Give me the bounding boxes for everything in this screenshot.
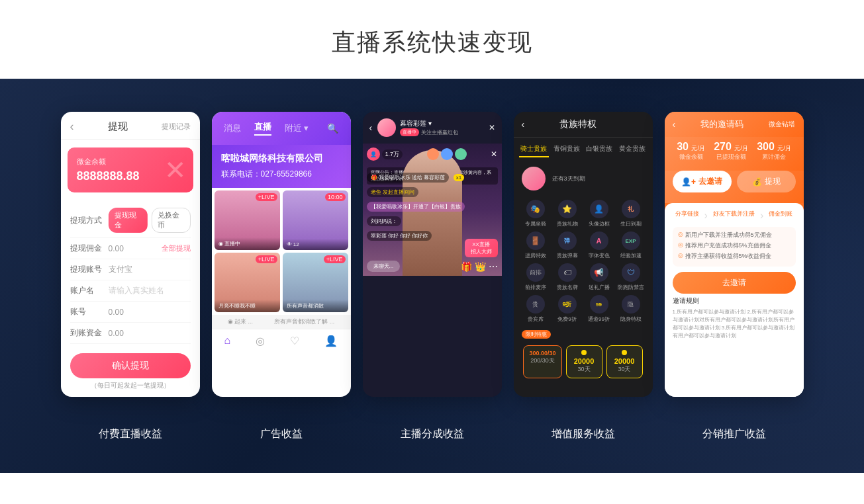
stat-balance-value: 30 元/月	[677, 141, 705, 153]
rule-text-3: 推荐主播获得收益得5%收益佣金	[685, 252, 771, 261]
viewer-count: 1.7万	[382, 149, 403, 159]
search-icon[interactable]: 🔍	[327, 123, 338, 134]
viewer-info: 👤 1.7万	[367, 147, 403, 161]
balance-amount: 8888888.88	[77, 169, 184, 183]
tab-bronze[interactable]: 青铜贵族	[552, 142, 582, 157]
nav-profile-icon[interactable]: 👤	[324, 335, 338, 347]
tab-knight[interactable]: 骑士贵族	[519, 142, 550, 157]
live-cell-4[interactable]: +LIVE 所有声音都消散	[283, 253, 348, 312]
share-step-2: 好友下载并注册	[713, 210, 755, 222]
rule-text-2: 推荐用户充值成功得5%充值佣金	[685, 241, 771, 250]
crown-icon[interactable]: 👑	[475, 261, 486, 272]
user-msg2: 翠彩莲 你好 你好 你好你	[367, 231, 432, 241]
method-tabs: 提现现金 兑换金币	[109, 208, 191, 233]
card3-header: ‹ 幕容彩莲 ▾ 直播中 关注主播赢红包 ✕	[363, 112, 502, 144]
banner-subtext: 招人大师	[469, 248, 494, 255]
name-placeholder[interactable]: 请输入真实姓名	[109, 285, 191, 296]
pkg-2[interactable]: 20000 30天	[566, 345, 602, 378]
tab-live[interactable]: 直播	[254, 121, 271, 136]
tab-cash[interactable]: 提现现金	[109, 208, 148, 233]
pkg-1[interactable]: 300.00/30 200/30天	[523, 345, 561, 378]
cell-overlay-3: 月亮不睡我不睡	[215, 300, 280, 312]
member-details: 还有3天到期	[552, 175, 645, 183]
badge-label: 贵族名牌	[557, 284, 578, 291]
pkg2-price: 20000	[572, 357, 597, 365]
card3-back-icon[interactable]: ‹	[369, 122, 373, 133]
top-section: 直播系统快速变现	[0, 0, 864, 79]
scroll-item-1: ◉ 起来 ...	[228, 317, 254, 326]
more-icon[interactable]: ⋯	[489, 261, 498, 272]
priv-frame: 👤 头像边框	[585, 200, 613, 228]
wallet-icon: 💰	[752, 177, 762, 187]
member-info: 还有3天到期	[514, 161, 653, 196]
priv-mount: 🎭 专属坐骑	[522, 200, 550, 228]
priv-hidden: 隐 隐身特权	[617, 295, 645, 323]
nav-msg-icon[interactable]: ♡	[290, 335, 299, 347]
streamer-tags: 直播中 关注主播赢红包	[400, 128, 458, 136]
card-withdraw: ‹ 提现 提现记录 微金余额 8888888.88 提现方式 提现现金 兑换金币…	[61, 112, 200, 397]
x1-badge: x1	[454, 174, 464, 181]
priv-enter: 🚪 进房特效	[522, 231, 550, 259]
streamer-username: 幕容彩莲 ▾	[400, 119, 458, 128]
rule-item-3: ◎ 推荐主播获得收益得5%收益佣金	[678, 252, 791, 261]
discount2-label: 通道99折	[588, 315, 610, 323]
live-cell-1[interactable]: +LIVE ◉ 直播中	[215, 190, 280, 250]
live-badge-2: 10:00	[325, 193, 346, 201]
vip-seat-label: 贵宾席	[528, 315, 544, 323]
mount-label: 专属坐骑	[525, 220, 546, 228]
confirm-btn[interactable]: 确认提现	[70, 353, 191, 378]
chat-input[interactable]: 来聊天...	[367, 261, 401, 272]
pkg-3[interactable]: 20000 30天	[606, 345, 643, 378]
nav-home-icon[interactable]: ⌂	[224, 335, 231, 347]
vip-tabs: 骑士贵族 青铜贵族 白银贵族 黄金贵族	[514, 138, 653, 161]
tab-nearby[interactable]: 附近 ▾	[285, 122, 309, 134]
withdraw-btn[interactable]: 💰 提现	[737, 171, 796, 192]
gold-dot2	[622, 350, 627, 355]
scroll-item-2: 所有声音都消散了解 ...	[274, 317, 334, 326]
page-title: 直播系统快速变现	[0, 26, 864, 59]
label-card1: 付费直播收益	[61, 427, 200, 441]
card-ads: 消息 直播 附近 ▾ 🔍 喀啦城网络科技有限公司 联系电话：027-655298…	[212, 112, 351, 397]
card5-back-icon[interactable]: ‹	[673, 119, 676, 130]
tab-msg[interactable]: 消息	[224, 122, 241, 134]
tab-gold[interactable]: 黄金贵族	[617, 142, 648, 157]
top-close-icon[interactable]: ✕	[491, 149, 497, 159]
nav-camera-icon[interactable]: ◎	[256, 335, 265, 347]
method-row: 提现方式 提现现金 兑换金币	[70, 203, 191, 238]
discount1-label: 免费9折	[557, 315, 576, 323]
card1-record[interactable]: 提现记录	[162, 122, 191, 132]
live-cell-2[interactable]: 10:00 👁 12	[283, 190, 348, 250]
gift-icon[interactable]: 🎁	[461, 261, 472, 272]
labels-row: 付费直播收益 广告收益 主播分成收益 增值服务收益 分销推广收益	[26, 417, 838, 446]
live-cell-3[interactable]: +LIVE 月亮不睡我不睡	[215, 253, 280, 312]
mount-icon: 🎭	[526, 200, 545, 218]
rule-item-1: ◎ 新用户下载并注册成功得5元佣金	[678, 231, 791, 239]
card5-title: 我的邀请码	[700, 118, 744, 130]
gift-priv-label: 贵族礼物	[557, 220, 578, 228]
label-card5: 分销推广收益	[665, 427, 804, 441]
rule-desc: 1.所有用户都可以参与邀请计划 2.所有用户都可以参与邀请计划对所有用户都可以参…	[673, 308, 796, 340]
account-type: 支付宝	[109, 264, 191, 275]
withdrawn-unit: 元/月	[734, 145, 748, 151]
rule-icon-2: ◎	[678, 241, 683, 248]
close-icon[interactable]: ✕	[489, 123, 495, 132]
card4-back-icon[interactable]: ‹	[522, 119, 525, 130]
tab-coin[interactable]: 兑换金币	[152, 208, 191, 233]
withdraw-form: 提现方式 提现现金 兑换金币 提现佣金 0.00 全部提现 提现账号 支付宝 账	[61, 200, 200, 347]
rule-title: 邀请规则	[673, 296, 796, 306]
tab-silver[interactable]: 白银贵族	[585, 142, 615, 157]
invite-btn-2[interactable]: 去邀请	[673, 272, 796, 294]
back-icon[interactable]: ‹	[70, 120, 74, 134]
exp-icon: EXP	[622, 231, 640, 250]
chat-msg-4: 刘妈妈说：	[367, 214, 498, 226]
card5-bottom: 分享链接 › 好友下载并注册 › 佣金到账 ◎ 新用户下载并注册成功得5元佣金 …	[665, 203, 804, 397]
birthday-label: 生日到期	[620, 220, 642, 228]
vip-msg: 【我爱唱歌冰乐】开通了【白银】贵族	[367, 202, 465, 212]
rule-text-1: 新用户下载并注册成功得5元佣金	[685, 231, 772, 239]
vip-seat-icon: 贵	[526, 295, 545, 314]
discount2-icon: 99	[590, 295, 608, 314]
avatar-small: 👤	[367, 147, 380, 161]
broadcast-icon: 📢	[590, 263, 608, 282]
invite-btn-1[interactable]: 👤+ 去邀请	[673, 171, 732, 192]
all-withdraw[interactable]: 全部提现	[162, 243, 191, 253]
